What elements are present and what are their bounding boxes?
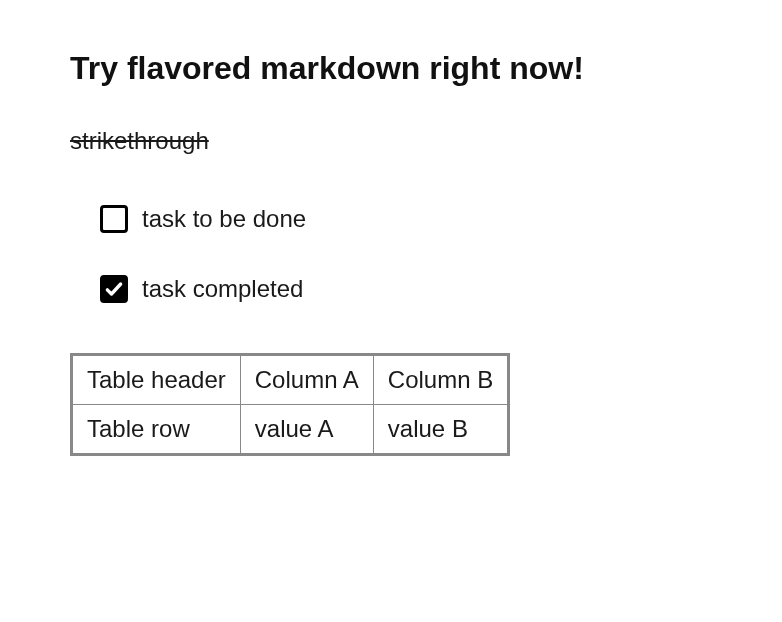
task-list: task to be done task completed xyxy=(70,205,712,303)
table-cell: value B xyxy=(373,405,508,455)
checkbox-checked-icon[interactable] xyxy=(100,275,128,303)
task-item-unchecked: task to be done xyxy=(100,205,712,233)
table-header-cell: Table header xyxy=(72,355,241,405)
table-header-cell: Column A xyxy=(240,355,373,405)
page-title: Try flavored markdown right now! xyxy=(70,50,712,87)
table-cell: value A xyxy=(240,405,373,455)
task-item-checked: task completed xyxy=(100,275,712,303)
table-row: Table row value A value B xyxy=(72,405,509,455)
table-header-row: Table header Column A Column B xyxy=(72,355,509,405)
table-header-cell: Column B xyxy=(373,355,508,405)
task-label: task to be done xyxy=(142,205,306,233)
task-label: task completed xyxy=(142,275,303,303)
checkbox-unchecked-icon[interactable] xyxy=(100,205,128,233)
strikethrough-text: strikethrough xyxy=(70,127,712,155)
data-table: Table header Column A Column B Table row… xyxy=(70,353,510,456)
table-cell: Table row xyxy=(72,405,241,455)
